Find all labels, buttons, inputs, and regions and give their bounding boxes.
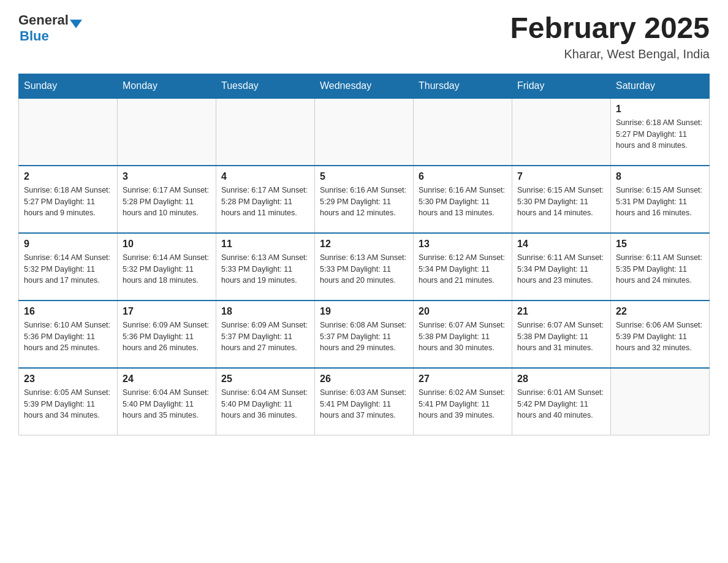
logo-triangle-icon <box>70 20 82 28</box>
day-info: Sunrise: 6:11 AM Sunset: 5:34 PM Dayligh… <box>517 252 605 286</box>
logo-general-text: General <box>18 12 69 28</box>
day-number: 22 <box>616 306 704 317</box>
day-number: 1 <box>616 104 704 115</box>
day-number: 3 <box>123 171 211 182</box>
day-info: Sunrise: 6:16 AM Sunset: 5:29 PM Dayligh… <box>320 185 408 219</box>
day-number: 18 <box>221 306 309 317</box>
week-row-1: 1Sunrise: 6:18 AM Sunset: 5:27 PM Daylig… <box>19 98 710 166</box>
weekday-header-row: SundayMondayTuesdayWednesdayThursdayFrid… <box>19 74 710 98</box>
day-number: 21 <box>517 306 605 317</box>
day-info: Sunrise: 6:09 AM Sunset: 5:36 PM Dayligh… <box>123 320 211 354</box>
day-info: Sunrise: 6:08 AM Sunset: 5:37 PM Dayligh… <box>320 320 408 354</box>
day-info: Sunrise: 6:15 AM Sunset: 5:30 PM Dayligh… <box>517 185 605 219</box>
day-number: 9 <box>24 239 112 250</box>
calendar-cell: 20Sunrise: 6:07 AM Sunset: 5:38 PM Dayli… <box>414 301 512 368</box>
calendar-cell <box>512 98 611 166</box>
day-number: 24 <box>123 373 211 385</box>
calendar-cell: 26Sunrise: 6:03 AM Sunset: 5:41 PM Dayli… <box>315 368 414 435</box>
weekday-header-monday: Monday <box>118 74 216 98</box>
calendar-cell: 16Sunrise: 6:10 AM Sunset: 5:36 PM Dayli… <box>19 301 118 368</box>
calendar-cell <box>118 98 216 166</box>
day-info: Sunrise: 6:12 AM Sunset: 5:34 PM Dayligh… <box>419 252 507 286</box>
calendar-cell: 5Sunrise: 6:16 AM Sunset: 5:29 PM Daylig… <box>315 166 414 233</box>
day-info: Sunrise: 6:06 AM Sunset: 5:39 PM Dayligh… <box>616 320 704 354</box>
weekday-header-friday: Friday <box>512 74 611 98</box>
day-info: Sunrise: 6:18 AM Sunset: 5:27 PM Dayligh… <box>24 185 112 219</box>
calendar-cell: 3Sunrise: 6:17 AM Sunset: 5:28 PM Daylig… <box>118 166 216 233</box>
day-number: 11 <box>221 239 309 250</box>
calendar-cell <box>611 368 710 435</box>
day-number: 20 <box>419 306 507 317</box>
calendar-cell: 28Sunrise: 6:01 AM Sunset: 5:42 PM Dayli… <box>512 368 611 435</box>
calendar-cell: 24Sunrise: 6:04 AM Sunset: 5:40 PM Dayli… <box>118 368 216 435</box>
day-number: 12 <box>320 239 408 250</box>
calendar-cell: 27Sunrise: 6:02 AM Sunset: 5:41 PM Dayli… <box>414 368 512 435</box>
day-info: Sunrise: 6:13 AM Sunset: 5:33 PM Dayligh… <box>221 252 309 286</box>
calendar-cell: 11Sunrise: 6:13 AM Sunset: 5:33 PM Dayli… <box>216 233 315 301</box>
day-info: Sunrise: 6:04 AM Sunset: 5:40 PM Dayligh… <box>123 387 211 421</box>
calendar-subtitle: Kharar, West Bengal, India <box>510 47 710 61</box>
day-number: 4 <box>221 171 309 182</box>
day-info: Sunrise: 6:05 AM Sunset: 5:39 PM Dayligh… <box>24 387 112 421</box>
calendar-cell: 19Sunrise: 6:08 AM Sunset: 5:37 PM Dayli… <box>315 301 414 368</box>
title-section: February 2025 Kharar, West Bengal, India <box>510 12 710 61</box>
calendar-cell: 4Sunrise: 6:17 AM Sunset: 5:28 PM Daylig… <box>216 166 315 233</box>
day-info: Sunrise: 6:09 AM Sunset: 5:37 PM Dayligh… <box>221 320 309 354</box>
day-number: 17 <box>123 306 211 317</box>
page-header: General Blue February 2025 Kharar, West … <box>18 12 710 61</box>
calendar-cell: 25Sunrise: 6:04 AM Sunset: 5:40 PM Dayli… <box>216 368 315 435</box>
calendar-cell: 23Sunrise: 6:05 AM Sunset: 5:39 PM Dayli… <box>19 368 118 435</box>
calendar-title: February 2025 <box>510 12 710 45</box>
day-info: Sunrise: 6:02 AM Sunset: 5:41 PM Dayligh… <box>419 387 507 421</box>
day-info: Sunrise: 6:15 AM Sunset: 5:31 PM Dayligh… <box>616 185 704 219</box>
calendar-cell: 21Sunrise: 6:07 AM Sunset: 5:38 PM Dayli… <box>512 301 611 368</box>
day-info: Sunrise: 6:07 AM Sunset: 5:38 PM Dayligh… <box>419 320 507 354</box>
day-number: 7 <box>517 171 605 182</box>
calendar-cell: 15Sunrise: 6:11 AM Sunset: 5:35 PM Dayli… <box>611 233 710 301</box>
calendar-cell: 13Sunrise: 6:12 AM Sunset: 5:34 PM Dayli… <box>414 233 512 301</box>
day-info: Sunrise: 6:16 AM Sunset: 5:30 PM Dayligh… <box>419 185 507 219</box>
calendar-cell: 10Sunrise: 6:14 AM Sunset: 5:32 PM Dayli… <box>118 233 216 301</box>
calendar-cell: 6Sunrise: 6:16 AM Sunset: 5:30 PM Daylig… <box>414 166 512 233</box>
calendar-cell: 22Sunrise: 6:06 AM Sunset: 5:39 PM Dayli… <box>611 301 710 368</box>
calendar-table: SundayMondayTuesdayWednesdayThursdayFrid… <box>18 74 710 436</box>
calendar-cell: 14Sunrise: 6:11 AM Sunset: 5:34 PM Dayli… <box>512 233 611 301</box>
calendar-cell: 17Sunrise: 6:09 AM Sunset: 5:36 PM Dayli… <box>118 301 216 368</box>
day-number: 15 <box>616 239 704 250</box>
calendar-cell: 12Sunrise: 6:13 AM Sunset: 5:33 PM Dayli… <box>315 233 414 301</box>
day-info: Sunrise: 6:11 AM Sunset: 5:35 PM Dayligh… <box>616 252 704 286</box>
week-row-5: 23Sunrise: 6:05 AM Sunset: 5:39 PM Dayli… <box>19 368 710 435</box>
day-number: 5 <box>320 171 408 182</box>
day-number: 27 <box>419 373 507 385</box>
calendar-cell: 1Sunrise: 6:18 AM Sunset: 5:27 PM Daylig… <box>611 98 710 166</box>
calendar-cell <box>19 98 118 166</box>
week-row-2: 2Sunrise: 6:18 AM Sunset: 5:27 PM Daylig… <box>19 166 710 233</box>
day-info: Sunrise: 6:17 AM Sunset: 5:28 PM Dayligh… <box>221 185 309 219</box>
day-info: Sunrise: 6:14 AM Sunset: 5:32 PM Dayligh… <box>123 252 211 286</box>
calendar-cell: 7Sunrise: 6:15 AM Sunset: 5:30 PM Daylig… <box>512 166 611 233</box>
day-info: Sunrise: 6:13 AM Sunset: 5:33 PM Dayligh… <box>320 252 408 286</box>
day-info: Sunrise: 6:07 AM Sunset: 5:38 PM Dayligh… <box>517 320 605 354</box>
logo-blue-text: Blue <box>20 28 82 44</box>
logo: General Blue <box>18 12 82 44</box>
day-info: Sunrise: 6:17 AM Sunset: 5:28 PM Dayligh… <box>123 185 211 219</box>
calendar-cell: 8Sunrise: 6:15 AM Sunset: 5:31 PM Daylig… <box>611 166 710 233</box>
week-row-4: 16Sunrise: 6:10 AM Sunset: 5:36 PM Dayli… <box>19 301 710 368</box>
day-number: 14 <box>517 239 605 250</box>
calendar-cell <box>216 98 315 166</box>
day-number: 16 <box>24 306 112 317</box>
day-info: Sunrise: 6:10 AM Sunset: 5:36 PM Dayligh… <box>24 320 112 354</box>
day-info: Sunrise: 6:01 AM Sunset: 5:42 PM Dayligh… <box>517 387 605 421</box>
day-number: 23 <box>24 373 112 385</box>
calendar-cell <box>315 98 414 166</box>
day-number: 19 <box>320 306 408 317</box>
weekday-header-tuesday: Tuesday <box>216 74 315 98</box>
weekday-header-thursday: Thursday <box>414 74 512 98</box>
day-number: 26 <box>320 373 408 385</box>
day-info: Sunrise: 6:04 AM Sunset: 5:40 PM Dayligh… <box>221 387 309 421</box>
calendar-cell: 9Sunrise: 6:14 AM Sunset: 5:32 PM Daylig… <box>19 233 118 301</box>
day-number: 13 <box>419 239 507 250</box>
week-row-3: 9Sunrise: 6:14 AM Sunset: 5:32 PM Daylig… <box>19 233 710 301</box>
weekday-header-sunday: Sunday <box>19 74 118 98</box>
day-number: 8 <box>616 171 704 182</box>
